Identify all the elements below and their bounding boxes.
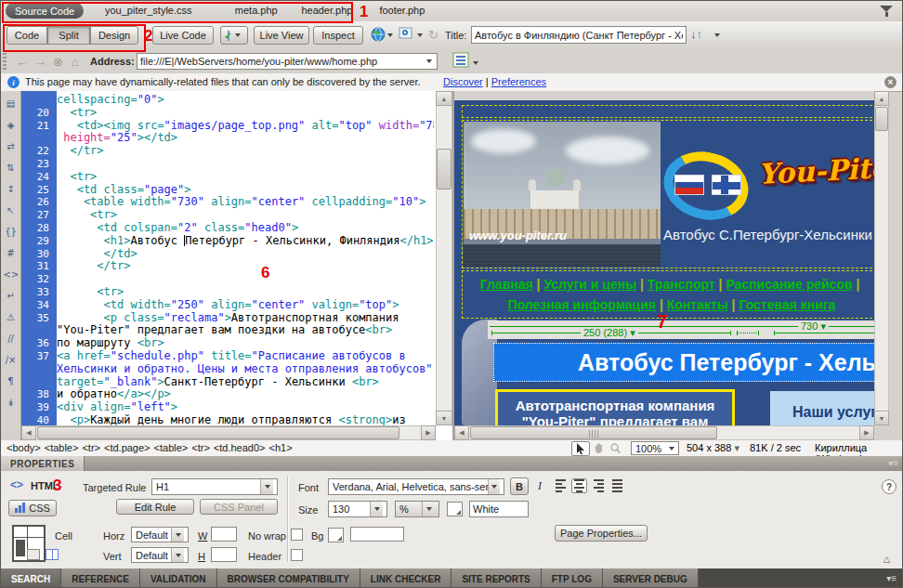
address-dropdown-arrow[interactable] (426, 59, 432, 63)
line-numbers-icon[interactable]: # (4, 246, 19, 260)
design-left-column[interactable]: Автотранспортная компания "You-Piter" пр… (495, 389, 735, 425)
design-nav-link[interactable]: Главная (480, 277, 533, 292)
file-management-icon[interactable]: ↓↑ (690, 27, 702, 41)
home-icon[interactable]: ⌂ (72, 55, 79, 69)
format-source-icon[interactable]: ¶ (4, 374, 19, 388)
text-color-swatch[interactable] (447, 502, 463, 516)
design-nav-link[interactable]: Услуги и цены (543, 277, 636, 292)
code-line[interactable]: 27 <tr> (21, 209, 434, 222)
inspect-button[interactable]: Inspect (313, 26, 363, 45)
no-wrap-checkbox[interactable] (291, 529, 303, 541)
code-editor[interactable]: cellspacing="0">20 <tr>21 <td><img src="… (21, 94, 434, 425)
code-line[interactable]: 29 <h1>Автобус Петербург - Хельсинки, Фи… (21, 235, 434, 248)
scroll-up-icon[interactable]: ▲ (436, 91, 452, 106)
code-line[interactable]: target="_blank">Санкт-Петербург - Хельси… (21, 376, 434, 389)
related-file-tab[interactable]: meta.php (235, 5, 278, 16)
code-line[interactable]: 24 <tr> (21, 171, 434, 184)
code-line[interactable]: Хельсинки и обратно. Цены и места отправ… (21, 363, 434, 376)
magnification-dropdown[interactable]: 100% (631, 441, 679, 455)
results-tab-ftp-log[interactable]: FTP LOG (542, 568, 603, 588)
tag-selector-item[interactable]: <h1> (269, 442, 293, 453)
highlight-invalid-code-icon[interactable]: <> (4, 268, 19, 281)
bg-color-swatch[interactable] (328, 528, 344, 542)
visual-aids-dropdown-arrow[interactable] (417, 33, 423, 37)
zoom-tool-icon[interactable] (607, 441, 623, 454)
tag-selector-item[interactable]: <table> (45, 442, 79, 453)
design-nav-link[interactable]: Контакты (667, 297, 728, 312)
results-tab-reference[interactable]: REFERENCE (61, 568, 140, 588)
code-line[interactable]: 36по маршруту <br> (21, 337, 434, 350)
tag-selector-item[interactable]: <tr> (191, 442, 210, 453)
panel-menu-icon[interactable]: ▾≡ (888, 458, 898, 468)
page-title-input[interactable] (471, 26, 687, 44)
balance-braces-icon[interactable]: {} (4, 225, 19, 239)
results-tab-search[interactable]: SEARCH (1, 568, 61, 588)
code-line[interactable]: 34 <td width="250" align="center" valign… (21, 299, 434, 312)
design-nav-link[interactable]: Гостевая книга (739, 297, 835, 312)
code-line[interactable]: 38и обратно</a></p> (21, 388, 434, 401)
filter-icon[interactable] (880, 6, 895, 17)
horz-dropdown[interactable]: Default (131, 527, 189, 542)
design-nav-link[interactable]: Транспорт (648, 277, 715, 292)
code-line[interactable]: 28 <td colspan="2" class="head0"> (21, 222, 434, 235)
scroll-up-icon[interactable]: ▲ (874, 91, 889, 106)
code-line[interactable]: 32 (21, 273, 434, 286)
code-line[interactable]: 21 <td><img src="images/page_top.png" al… (21, 120, 434, 133)
code-line[interactable]: 39<div align="left"> (21, 401, 434, 414)
code-line[interactable]: 30 </td> (21, 248, 434, 261)
select-parent-tag-icon[interactable]: ↖ (4, 203, 19, 217)
tag-selector-item[interactable]: <body> (7, 442, 41, 453)
tag-selector-item[interactable]: <tr> (82, 442, 100, 453)
bg-color-input[interactable] (350, 527, 404, 542)
collapse-selection-icon[interactable]: ⇅ (4, 161, 19, 175)
collapse-panel-icon[interactable]: △ (883, 555, 890, 564)
tag-selector-item[interactable]: <table> (154, 442, 189, 453)
code-line[interactable]: 37<a href="schedule.php" title="Расписан… (21, 350, 434, 363)
back-icon[interactable]: ← (16, 55, 28, 69)
css-mode-button[interactable]: CSS (8, 500, 57, 516)
design-view-button[interactable]: Design (90, 26, 138, 45)
code-line[interactable]: 23 (21, 158, 434, 171)
code-vscrollbar[interactable] (436, 91, 452, 425)
design-vscroll-thumb[interactable] (875, 107, 888, 131)
remove-comment-icon[interactable]: /× (4, 353, 19, 367)
scroll-right-icon[interactable]: ▶ (859, 425, 874, 440)
width-input[interactable] (211, 527, 237, 542)
scroll-left-icon[interactable]: ◀ (454, 425, 469, 440)
code-line[interactable]: 26 <table width="730" align="center" cel… (21, 196, 434, 209)
align-justify-icon[interactable] (609, 478, 625, 493)
results-tab-browser-compatibility[interactable]: BROWSER COMPATIBILITY (217, 568, 360, 588)
visual-aids-icon[interactable] (399, 27, 415, 45)
bold-button[interactable]: B (510, 477, 529, 495)
code-line[interactable]: 40 <p>Каждый день многие люди отправляют… (21, 414, 434, 425)
scroll-left-icon[interactable]: ◀ (21, 425, 36, 440)
vert-dropdown[interactable]: Default (131, 547, 189, 563)
related-file-tab[interactable]: footer.php (379, 5, 425, 16)
preferences-link[interactable]: Preferences (491, 76, 546, 87)
table-width-label[interactable]: 730 ▾ (798, 320, 829, 333)
design-nav-link[interactable]: Расписание рейсов (726, 277, 852, 292)
code-line[interactable]: 20 <tr> (21, 107, 434, 120)
discover-link[interactable]: Discover (443, 76, 483, 87)
targeted-rule-dropdown[interactable]: H1 (151, 478, 278, 495)
align-left-icon[interactable] (553, 478, 569, 493)
pointer-tool-icon[interactable] (571, 441, 590, 456)
list-dropdown-arrow[interactable] (473, 61, 478, 65)
preview-in-browser-icon[interactable] (371, 27, 386, 46)
expand-all-icon[interactable]: ↕ (4, 182, 19, 196)
file-management-dropdown-arrow[interactable] (714, 33, 720, 37)
code-line[interactable]: height="25"></td> (21, 132, 434, 145)
design-vscrollbar[interactable] (874, 91, 889, 425)
results-tab-validation[interactable]: VALIDATION (140, 568, 217, 588)
preview-dropdown-arrow[interactable] (387, 33, 393, 37)
collapse-full-tag-icon[interactable]: ⇄ (4, 139, 19, 153)
forward-icon[interactable]: → (34, 55, 46, 69)
close-info-bar-icon[interactable]: × (884, 76, 896, 88)
design-h1-heading[interactable]: Автобус Петербург - Хельсинки (493, 343, 889, 382)
split-cell-icon[interactable] (46, 549, 59, 560)
scroll-down-icon[interactable]: ▼ (874, 411, 889, 425)
word-wrap-icon[interactable]: ↵ (4, 289, 19, 303)
code-line[interactable]: cellspacing="0"> (21, 94, 434, 107)
code-vscroll-thumb[interactable] (437, 149, 452, 189)
live-view-button[interactable]: Live View (254, 26, 309, 45)
